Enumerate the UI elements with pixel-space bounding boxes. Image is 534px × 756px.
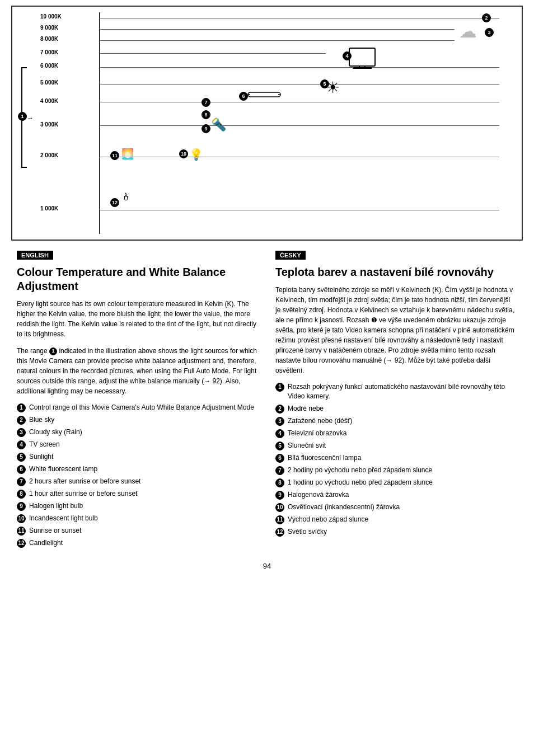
- line-6000: [99, 67, 499, 68]
- sunrise-icon: 🌅: [121, 148, 134, 160]
- candle-icon: 🕯: [121, 191, 131, 203]
- num-badge-7-cz: 7: [275, 466, 284, 475]
- num-badge-7-en: 7: [17, 477, 26, 486]
- num-badge-1-en: 1: [17, 403, 26, 412]
- num-badge-6-en: 6: [17, 465, 26, 474]
- num-badge-10-cz: 10: [275, 503, 284, 512]
- num-badge-11-cz: 11: [275, 515, 284, 524]
- en-item-1: 1 Control range of this Movie Camera's A…: [17, 403, 259, 412]
- diag-num-3: 3: [485, 28, 494, 37]
- kelvin-6000: 6 000K: [40, 63, 58, 69]
- english-body1: Every light source has its own colour te…: [17, 299, 259, 339]
- diag-num-6: 6: [239, 92, 248, 101]
- num-badge-12-en: 12: [17, 539, 26, 548]
- num-badge-9-en: 9: [17, 502, 26, 511]
- spotlight-icon: 🔦: [211, 118, 226, 132]
- cz-item-11: 11 Východ nebo západ slunce: [275, 515, 517, 524]
- num-badge-9-cz: 9: [275, 491, 284, 500]
- bracket-arrow: →: [27, 114, 34, 122]
- svg-rect-0: [349, 48, 375, 66]
- cz-item-1: 1 Rozsah pokrývaný funkcí automatického …: [275, 382, 517, 401]
- svg-rect-1: [353, 67, 372, 69]
- en-item-12: 12 Candlelight: [17, 538, 259, 548]
- en-item-11: 11 Sunrise or sunset: [17, 526, 259, 536]
- kelvin-2000: 2 000K: [40, 152, 58, 158]
- cloud-icon: ☁: [459, 21, 477, 42]
- line-1000: [99, 210, 499, 210]
- num-badge-5-en: 5: [17, 453, 26, 462]
- num-badge-1-cz: 1: [275, 383, 284, 392]
- cz-item-7: 7 2 hodiny po východu nebo před západem …: [275, 466, 517, 475]
- num-badge-3-cz: 3: [275, 417, 284, 426]
- num-badge-6-cz: 6: [275, 454, 284, 463]
- diag-num-5: 5: [320, 79, 329, 88]
- cz-item-6: 6 Bílá fluorescenční lampa: [275, 453, 517, 463]
- kelvin-4000: 4 000K: [40, 98, 58, 104]
- diag-num-10: 10: [179, 149, 188, 158]
- light-bulb-icon: 💡: [189, 148, 203, 161]
- english-title: Colour Temperature and White Balance Adj…: [17, 265, 259, 293]
- content-area: ENGLISH Colour Temperature and White Bal…: [11, 251, 523, 551]
- kelvin-10000: 10 000K: [40, 13, 62, 20]
- en-item-8: 8 1 hour after sunrise or before sunset: [17, 489, 259, 499]
- kelvin-5000: 5 000K: [40, 79, 58, 86]
- english-column: ENGLISH Colour Temperature and White Bal…: [17, 251, 259, 551]
- line-3000: [99, 125, 499, 126]
- czech-body1: Teplota barvy světelného zdroje se měří …: [275, 285, 517, 375]
- czech-column: ČESKY Teplota barev a nastavení bílé rov…: [275, 251, 517, 551]
- czech-title: Teplota barev a nastavení bílé rovnováhy: [275, 265, 517, 279]
- kelvin-1000: 1 000K: [40, 205, 58, 212]
- cz-item-4: 4 Televizní obrazovka: [275, 429, 517, 438]
- num-badge-3-en: 3: [17, 428, 26, 437]
- en-item-10: 10 Incandescent light bulb: [17, 514, 259, 523]
- diag-num-7: 7: [202, 98, 210, 107]
- tv-icon: [348, 47, 376, 71]
- diag-num-12: 12: [110, 198, 119, 207]
- line-10000: [99, 18, 499, 18]
- diag-num-9: 9: [202, 124, 210, 133]
- en-item-3: 3 Cloudy sky (Rain): [17, 428, 259, 437]
- num-badge-2-cz: 2: [275, 405, 284, 414]
- cz-item-3: 3 Zatažené nebe (déšť): [275, 416, 517, 426]
- num-badge-8-cz: 8: [275, 478, 284, 487]
- line-9000: [99, 29, 455, 30]
- line-4000: [99, 102, 499, 102]
- num-badge-2-en: 2: [17, 416, 26, 425]
- en-item-7: 7 2 hours after sunrise or before sunset: [17, 477, 259, 486]
- kelvin-8000: 8 000K: [40, 36, 58, 42]
- en-item-9: 9 Halogen light bulb: [17, 501, 259, 511]
- num-badge-12-cz: 12: [275, 528, 284, 537]
- page-number: 94: [11, 562, 523, 570]
- english-badge: ENGLISH: [17, 251, 53, 260]
- num-badge-11-en: 11: [17, 527, 26, 536]
- num-badge-4-en: 4: [17, 440, 26, 449]
- diag-num-1: 1: [18, 112, 27, 121]
- num-badge-4-cz: 4: [275, 429, 284, 438]
- line-8000: [99, 40, 455, 41]
- cz-item-10: 10 Osvětlovací (inkandescentní) žárovka: [275, 503, 517, 512]
- num-badge-5-cz: 5: [275, 442, 284, 450]
- line-5000: [99, 84, 499, 84]
- cz-item-5: 5 Sluneční svit: [275, 441, 517, 450]
- diag-num-8: 8: [202, 110, 210, 119]
- diagram-container: 10 000K 9 000K 8 000K 7 000K 6 000K 5 00…: [11, 6, 523, 241]
- en-item-6: 6 White fluorescent lamp: [17, 464, 259, 474]
- en-item-4: 4 TV screen: [17, 440, 259, 449]
- english-body2: The range 1 indicated in the illustratio…: [17, 346, 259, 396]
- cz-item-12: 12 Světlo svíčky: [275, 527, 517, 537]
- line-7000: [99, 53, 326, 54]
- diag-num-2: 2: [482, 13, 491, 22]
- kelvin-9000: 9 000K: [40, 25, 58, 31]
- svg-rect-4: [248, 92, 280, 97]
- diag-num-4: 4: [343, 51, 352, 60]
- kelvin-3000: 3 000K: [40, 121, 58, 128]
- num-badge-10-en: 10: [17, 514, 26, 523]
- cz-item-9: 9 Halogenová žárovka: [275, 490, 517, 500]
- en-item-5: 5 Sunlight: [17, 452, 259, 462]
- czech-badge: ČESKY: [275, 251, 306, 260]
- fluoro-lamp-icon: [247, 90, 281, 101]
- cz-item-8: 8 1 hodinu po východu nebo před západem …: [275, 478, 517, 487]
- en-item-2: 2 Blue sky: [17, 415, 259, 425]
- diag-num-11: 11: [110, 151, 119, 160]
- kelvin-7000: 7 000K: [40, 49, 58, 55]
